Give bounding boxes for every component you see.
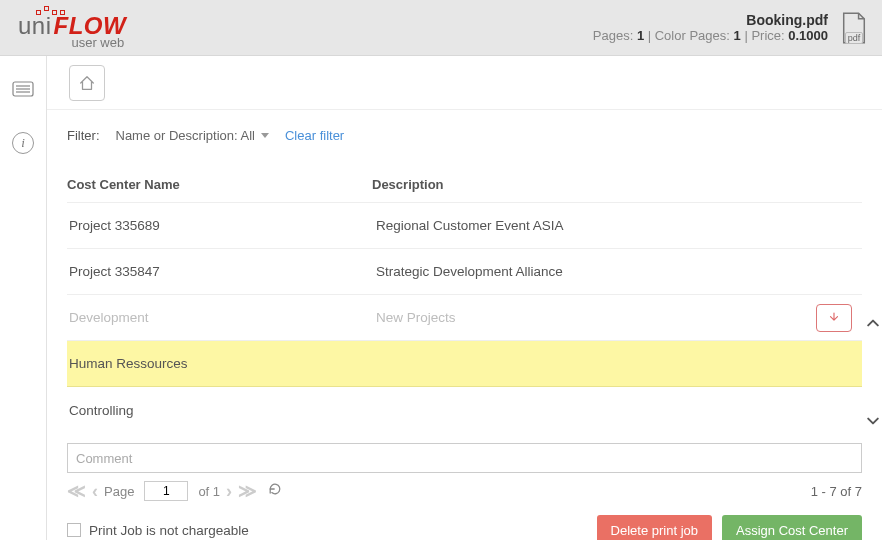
table-row[interactable]: Human Ressources	[67, 341, 862, 387]
pager-refresh-button[interactable]	[267, 481, 283, 501]
footer-bar: Print Job is not chargeable Delete print…	[67, 515, 862, 540]
filter-bar: Filter: Name or Description: All Clear f…	[55, 110, 874, 143]
pager-next-button[interactable]: ›	[226, 482, 232, 500]
arrow-down-icon	[827, 311, 841, 325]
pager: ≪ ‹ Page of 1 › ≫ 1 - 7 of 7	[67, 481, 862, 501]
pager-prev-button[interactable]: ‹	[92, 482, 98, 500]
home-button[interactable]	[69, 65, 105, 101]
chevron-down-icon	[261, 133, 269, 138]
info-icon: i	[12, 132, 34, 154]
document-info: Booking.pdf Pages: 1 | Color Pages: 1 | …	[593, 12, 828, 43]
checkbox-icon	[67, 523, 81, 537]
pager-page-input[interactable]	[144, 481, 188, 501]
file-ext-label: pdf	[845, 32, 864, 44]
table-row[interactable]: Development New Projects	[67, 295, 862, 341]
row-name: Development	[67, 310, 372, 325]
chevron-up-icon	[867, 317, 879, 329]
table-row[interactable]: Controlling	[67, 387, 862, 433]
comment-section	[67, 443, 862, 473]
delete-print-job-button[interactable]: Delete print job	[597, 515, 712, 540]
pager-range: 1 - 7 of 7	[811, 484, 862, 499]
table-body: Project 335689 Regional Customer Event A…	[67, 202, 862, 433]
list-icon	[12, 81, 34, 97]
cost-center-table: Cost Center Name Description Project 335…	[67, 169, 862, 433]
app-header: uniFLOW user web Booking.pdf Pages: 1 | …	[0, 0, 882, 56]
vertical-scroll	[864, 310, 882, 436]
info-button[interactable]: i	[8, 128, 38, 158]
table-row[interactable]: Project 335689 Regional Customer Event A…	[67, 203, 862, 249]
toolbar	[47, 56, 882, 110]
header-name: Cost Center Name	[67, 177, 372, 192]
row-name: Project 335689	[67, 218, 372, 233]
row-desc: Strategic Development Alliance	[372, 264, 862, 279]
filter-text: Name or Description: All	[116, 128, 255, 143]
chargeable-checkbox[interactable]: Print Job is not chargeable	[67, 523, 249, 538]
list-view-button[interactable]	[8, 74, 38, 104]
filter-label: Filter:	[67, 128, 100, 143]
chevron-down-icon	[867, 415, 879, 427]
table-header: Cost Center Name Description	[67, 169, 862, 202]
row-name: Controlling	[67, 403, 372, 418]
clear-filter-link[interactable]: Clear filter	[285, 128, 344, 143]
document-title: Booking.pdf	[593, 12, 828, 28]
row-desc: New Projects	[372, 310, 816, 325]
chargeable-label: Print Job is not chargeable	[89, 523, 249, 538]
left-rail: i	[0, 56, 47, 540]
document-meta: Pages: 1 | Color Pages: 1 | Price: 0.100…	[593, 28, 828, 43]
pager-of-label: of 1	[198, 484, 220, 499]
logo-mark-icon	[36, 6, 66, 20]
row-expand-button[interactable]	[816, 304, 852, 332]
logo-subtitle: user web	[71, 36, 124, 49]
app-logo: uniFLOW user web	[18, 6, 126, 49]
main-panel: Filter: Name or Description: All Clear f…	[47, 56, 882, 540]
home-icon	[78, 74, 96, 92]
comment-input[interactable]	[67, 443, 862, 473]
scroll-up-button[interactable]	[867, 316, 879, 332]
file-type-icon: pdf	[840, 12, 868, 44]
pager-page-label: Page	[104, 484, 134, 499]
refresh-icon	[267, 481, 283, 497]
row-name: Project 335847	[67, 264, 372, 279]
row-desc: Regional Customer Event ASIA	[372, 218, 862, 233]
row-name: Human Ressources	[67, 356, 372, 371]
header-description: Description	[372, 177, 862, 192]
assign-cost-center-button[interactable]: Assign Cost Center	[722, 515, 862, 540]
table-row[interactable]: Project 335847 Strategic Development All…	[67, 249, 862, 295]
pager-first-button[interactable]: ≪	[67, 482, 86, 500]
scroll-down-button[interactable]	[867, 414, 879, 430]
pager-last-button[interactable]: ≫	[238, 482, 257, 500]
filter-selector[interactable]: Name or Description: All	[116, 128, 269, 143]
